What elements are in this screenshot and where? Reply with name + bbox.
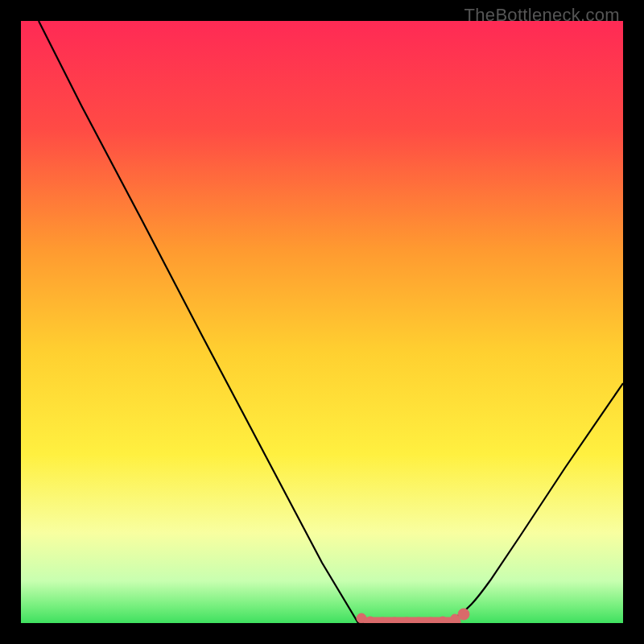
curve-path	[39, 21, 623, 623]
chart-container: TheBottleneck.com	[0, 0, 644, 644]
svg-rect-11	[364, 617, 460, 623]
svg-point-10	[458, 609, 469, 620]
bottleneck-curve	[21, 21, 623, 623]
plot-area	[21, 21, 623, 623]
optimal-markers	[357, 609, 469, 623]
